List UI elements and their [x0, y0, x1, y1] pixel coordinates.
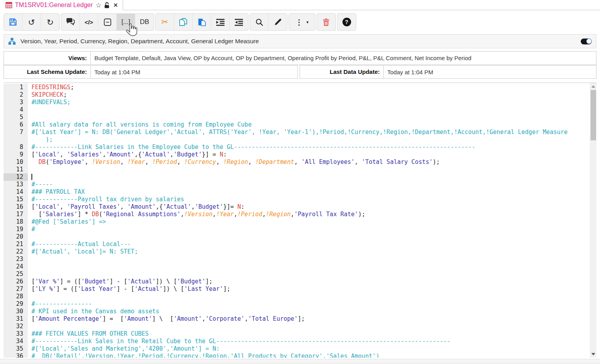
- line-number: 24: [4, 263, 28, 270]
- code-line[interactable]: 13#-----: [4, 181, 590, 188]
- code-line[interactable]: 34#------------Link Sales in the Retail …: [4, 338, 590, 345]
- data-update-value: Today at 1:04 PM: [384, 66, 596, 78]
- code-icon: </>: [85, 19, 93, 25]
- code-line[interactable]: );: [4, 136, 590, 143]
- copy-icon: [179, 18, 188, 26]
- code-line[interactable]: 35#['Local','Sales and Marketing','4200'…: [4, 345, 590, 353]
- cut-scissors-icon: ✂: [161, 17, 168, 27]
- code-line[interactable]: 33### FETCH VALUES FROM OTHER CUBES: [4, 330, 590, 338]
- code-line[interactable]: 32: [4, 323, 590, 330]
- line-number: 33: [4, 330, 28, 338]
- code-line[interactable]: 11: [4, 166, 590, 173]
- code-line[interactable]: 4: [4, 106, 590, 114]
- search-button[interactable]: [250, 14, 269, 30]
- code-line[interactable]: 24: [4, 263, 590, 270]
- code-view-button[interactable]: </>: [80, 14, 98, 30]
- line-number: 17: [4, 211, 28, 218]
- scroll-up-icon[interactable]: [591, 85, 595, 88]
- editor-mode-toggle[interactable]: [581, 39, 592, 44]
- code-line[interactable]: 12: [4, 173, 590, 181]
- line-number: 15: [4, 196, 28, 203]
- line-number: 36: [4, 353, 28, 358]
- code-line[interactable]: 5: [4, 114, 590, 121]
- code-line[interactable]: 21#------------Actual Local---: [4, 241, 590, 248]
- toolbar-group-file: ↺ ↻: [4, 13, 60, 31]
- toolbar: ↺ ↻ </> [...] DB ✂: [4, 13, 596, 31]
- line-number: 25: [4, 270, 28, 278]
- code-line[interactable]: 29#----------------: [4, 300, 590, 308]
- more-options-button[interactable]: ⋮ ▾: [289, 14, 315, 30]
- schema-update-label: Last Schema Update:: [4, 66, 91, 78]
- code-line[interactable]: 25: [4, 270, 590, 278]
- code-line[interactable]: 16['Local', 'Payroll Taxes', 'Amount',{'…: [4, 203, 590, 211]
- code-line[interactable]: 36# DB('Retail',!Version,!Year,!Period,!…: [4, 353, 590, 358]
- comment-button[interactable]: [61, 14, 80, 30]
- line-number: 30: [4, 308, 28, 315]
- scroll-down-icon[interactable]: [591, 353, 595, 355]
- cut-button[interactable]: ✂: [156, 14, 174, 30]
- line-number: 19: [4, 226, 28, 233]
- undo-button[interactable]: ↺: [22, 14, 41, 30]
- code-line[interactable]: 1FEEDSTRINGS;: [4, 84, 590, 91]
- outdent-button[interactable]: [230, 14, 248, 30]
- tab-general-ledger[interactable]: TM1SRV01:General Ledger ☆ ✕: [0, 0, 123, 10]
- views-row: Views: Budget Template, Default, Java Vi…: [4, 51, 596, 65]
- delete-button[interactable]: [317, 14, 335, 30]
- cube-grid-icon: [6, 2, 12, 8]
- text-cursor: [31, 174, 32, 180]
- code-line[interactable]: 26['Var %'] = (['Budget'] - ['Actual']) …: [4, 278, 590, 285]
- line-number: 10: [4, 158, 28, 166]
- code-line[interactable]: 14### PAYROLL TAX: [4, 188, 590, 196]
- code-line[interactable]: 6#All salary data for all versions is co…: [4, 121, 590, 129]
- redo-icon: ↻: [47, 18, 54, 26]
- code-line[interactable]: 3#UNDEFVALS;: [4, 99, 590, 106]
- data-update-label: Last Data Update:: [300, 66, 384, 78]
- code-line[interactable]: 18#@Fed ['Salaries'] =>: [4, 218, 590, 226]
- toolbar-group-delete: [317, 13, 336, 31]
- schema-update-value: Today at 1:04 PM: [91, 66, 297, 78]
- schema-update-box: Last Schema Update: Today at 1:04 PM: [4, 65, 298, 79]
- indent-button[interactable]: [211, 14, 230, 30]
- db-label: DB: [140, 18, 149, 26]
- horizontal-scrollbar[interactable]: [0, 359, 600, 364]
- undo-icon: ↺: [28, 18, 35, 26]
- paste-button[interactable]: [193, 14, 211, 30]
- line-number: 14: [4, 188, 28, 196]
- code-line[interactable]: 8#------------Link Salaries in the Emplo…: [4, 143, 590, 151]
- edit-button[interactable]: [269, 14, 287, 30]
- line-number: 2: [4, 91, 28, 99]
- toggle-knob: [586, 39, 592, 44]
- ellipsis-expand-button[interactable]: [...]: [117, 14, 135, 30]
- code-line[interactable]: 7#['Last Year'] = N: DB('General Ledger'…: [4, 129, 590, 136]
- favorite-star-icon[interactable]: ☆: [96, 2, 101, 9]
- vertical-scrollbar-thumb[interactable]: [591, 90, 596, 140]
- tab-close-icon[interactable]: ✕: [113, 2, 118, 8]
- code-line[interactable]: 30# KPI used in the Canvas demo assets: [4, 308, 590, 315]
- code-line[interactable]: 22#['Actual', 'Local']= N: STET;: [4, 248, 590, 256]
- collapse-button[interactable]: [98, 14, 117, 30]
- code-line[interactable]: 27['LY %'] = (['Last Year'] - ['Actual']…: [4, 285, 590, 293]
- rule-editor[interactable]: 1FEEDSTRINGS;2SKIPCHECK;3#UNDEFVALS;456#…: [4, 83, 596, 358]
- code-line[interactable]: 20: [4, 233, 590, 241]
- help-button[interactable]: ?: [337, 14, 356, 30]
- line-number: 7: [4, 129, 28, 136]
- code-lines[interactable]: 1FEEDSTRINGS;2SKIPCHECK;3#UNDEFVALS;456#…: [4, 84, 590, 358]
- copy-button[interactable]: [174, 14, 193, 30]
- code-line[interactable]: 10 DB('Employee', !Version, !Year, !Peri…: [4, 158, 590, 166]
- code-line[interactable]: 31['Amount Percentage'] = ['Amount'] \ […: [4, 315, 590, 323]
- code-line[interactable]: 15#------------Payroll tax driven by sal…: [4, 196, 590, 203]
- code-line[interactable]: 9['Local', 'Salaries','Amount',{'Actual'…: [4, 151, 590, 158]
- outdent-icon: [234, 18, 243, 26]
- vertical-scrollbar[interactable]: [590, 83, 596, 358]
- code-line[interactable]: 2SKIPCHECK;: [4, 91, 590, 99]
- code-line[interactable]: 23: [4, 256, 590, 263]
- dimension-bar: Version, Year, Period, Currency, Region,…: [4, 34, 596, 48]
- code-line[interactable]: 28: [4, 293, 590, 300]
- update-row: Last Schema Update: Today at 1:04 PM Las…: [4, 65, 596, 79]
- save-button[interactable]: [4, 14, 22, 30]
- db-reference-button[interactable]: DB: [135, 14, 154, 30]
- code-line[interactable]: 17 ['Salaries'] * DB('Regional Assumptio…: [4, 211, 590, 218]
- code-line[interactable]: 19#: [4, 226, 590, 233]
- redo-button[interactable]: ↻: [41, 14, 59, 30]
- line-number: 20: [4, 233, 28, 241]
